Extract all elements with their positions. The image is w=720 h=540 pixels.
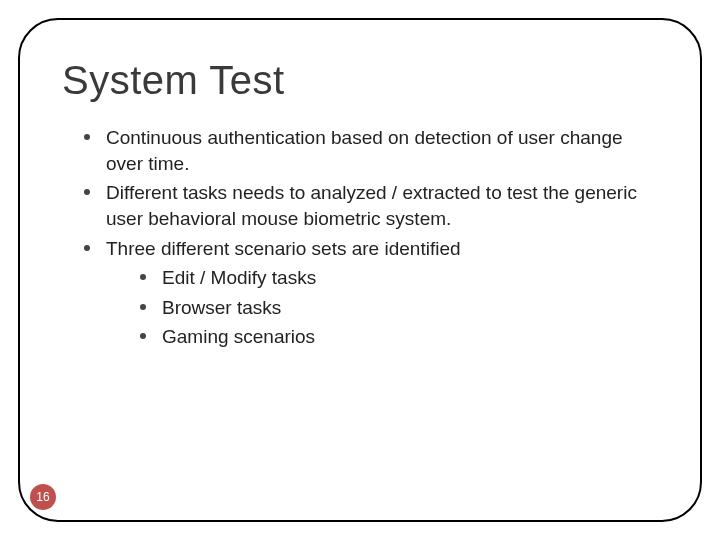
sub-bullet-list: Edit / Modify tasks Browser tasks Gaming…	[106, 265, 658, 350]
bullet-item: Different tasks needs to analyzed / extr…	[84, 180, 658, 231]
page-number-badge: 16	[30, 484, 56, 510]
slide-frame: System Test Continuous authentication ba…	[18, 18, 702, 522]
bullet-list: Continuous authentication based on detec…	[62, 125, 658, 350]
sub-bullet-item: Edit / Modify tasks	[140, 265, 658, 291]
slide-title: System Test	[62, 58, 658, 103]
bullet-text: Three different scenario sets are identi…	[106, 238, 461, 259]
sub-bullet-item: Gaming scenarios	[140, 324, 658, 350]
slide: System Test Continuous authentication ba…	[0, 0, 720, 540]
bullet-item: Three different scenario sets are identi…	[84, 236, 658, 351]
sub-bullet-item: Browser tasks	[140, 295, 658, 321]
bullet-item: Continuous authentication based on detec…	[84, 125, 658, 176]
